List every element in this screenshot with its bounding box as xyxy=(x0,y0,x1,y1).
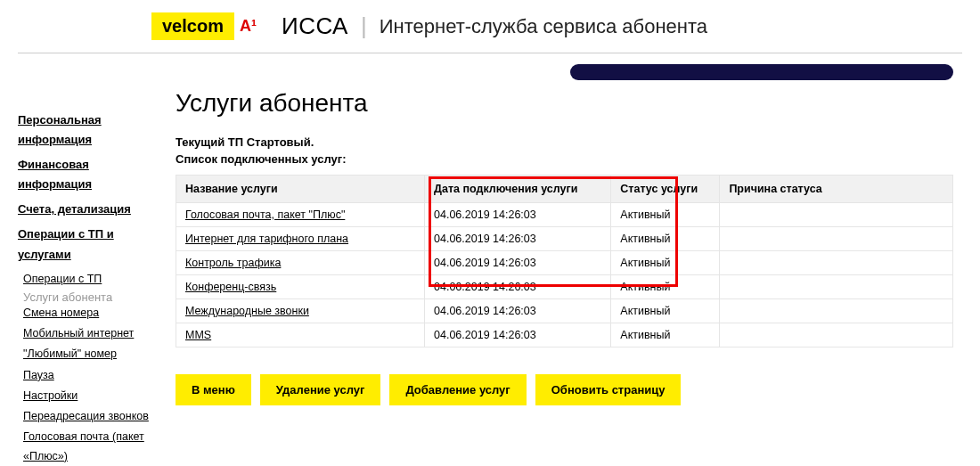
redacted-region xyxy=(570,64,953,80)
service-date: 04.06.2019 14:26:03 xyxy=(425,323,611,347)
sidebar-sub-tp-ops[interactable]: Операции с ТП xyxy=(23,270,102,289)
sidebar-sub-settings[interactable]: Настройки xyxy=(23,387,78,405)
col-reason: Причина статуса xyxy=(720,176,953,203)
sidebar-main-bills[interactable]: Счета, детализация xyxy=(18,202,131,216)
service-link[interactable]: Международные звонки xyxy=(185,305,309,317)
btn-refresh[interactable]: Обновить страницу xyxy=(535,374,682,405)
btn-add-services[interactable]: Добавление услуг xyxy=(389,374,526,405)
table-row: Голосовая почта, пакет "Плюс"04.06.2019 … xyxy=(176,203,953,227)
service-link[interactable]: Голосовая почта, пакет "Плюс" xyxy=(185,208,345,221)
service-link[interactable]: Интернет для тарифного плана xyxy=(185,233,348,245)
service-status: Активный xyxy=(611,275,720,299)
main-content: Услуги абонента Текущий ТП Стартовый. Сп… xyxy=(176,89,962,466)
service-link[interactable]: Контроль трафика xyxy=(185,257,281,269)
sidebar-sub-change-number[interactable]: Смена номера xyxy=(23,304,99,323)
service-status: Активный xyxy=(611,251,720,275)
sidebar-sub-favorite-number[interactable]: "Любимый" номер xyxy=(23,345,117,364)
brand-subtitle: Интернет-служба сервиса абонента xyxy=(380,15,707,38)
service-link[interactable]: MMS xyxy=(185,329,211,341)
separator: | xyxy=(361,12,367,40)
current-tp: Текущий ТП Стартовый. xyxy=(176,135,953,149)
service-reason xyxy=(720,299,953,323)
page-title: Услуги абонента xyxy=(176,89,953,118)
service-status: Активный xyxy=(611,323,720,347)
service-status: Активный xyxy=(611,203,720,227)
table-row: Интернет для тарифного плана04.06.2019 1… xyxy=(176,227,953,251)
brand-name: ИССА xyxy=(282,12,348,40)
service-reason xyxy=(720,323,953,347)
btn-menu[interactable]: В меню xyxy=(176,374,251,405)
sidebar-sub-forwarding[interactable]: Переадресация звонков xyxy=(23,407,149,426)
col-date: Дата подключения услуги xyxy=(425,176,611,203)
service-status: Активный xyxy=(611,299,720,323)
service-date: 04.06.2019 14:26:03 xyxy=(425,227,611,251)
service-link[interactable]: Конференц-связь xyxy=(185,281,276,293)
service-date: 04.06.2019 14:26:03 xyxy=(425,299,611,323)
sidebar-main-personal[interactable]: Персональная информация xyxy=(18,113,102,146)
sidebar: Персональная информация Финансовая инфор… xyxy=(18,89,156,466)
sidebar-sub-voicemail[interactable]: Голосовая почта (пакет «Плюс») xyxy=(23,428,156,466)
services-table: Название услуги Дата подключения услуги … xyxy=(176,175,953,347)
sidebar-sub-pause[interactable]: Пауза xyxy=(23,366,54,385)
table-row: Международные звонки04.06.2019 14:26:03А… xyxy=(176,299,953,323)
sidebar-sub-mobile-internet[interactable]: Мобильный интернет xyxy=(23,324,134,343)
service-date: 04.06.2019 14:26:03 xyxy=(425,251,611,275)
logo-velcom: velcom xyxy=(151,12,234,40)
service-reason xyxy=(720,251,953,275)
sidebar-main-operations[interactable]: Операции с ТП и услугами xyxy=(18,227,114,260)
service-reason xyxy=(720,275,953,299)
services-list-label: Список подключенных услуг: xyxy=(176,152,953,166)
page-header: velcom A¹ ИССА | Интернет-служба сервиса… xyxy=(18,0,962,53)
table-row: MMS04.06.2019 14:26:03Активный xyxy=(176,323,953,347)
service-reason xyxy=(720,227,953,251)
service-reason xyxy=(720,203,953,227)
sidebar-sub-services-active: Услуги абонента xyxy=(23,290,112,304)
btn-delete-services[interactable]: Удаление услуг xyxy=(260,374,381,405)
sidebar-main-finance[interactable]: Финансовая информация xyxy=(18,158,92,191)
service-date: 04.06.2019 14:26:03 xyxy=(425,275,611,299)
service-status: Активный xyxy=(611,227,720,251)
service-date: 04.06.2019 14:26:03 xyxy=(425,203,611,227)
col-status: Статус услуги xyxy=(611,176,720,203)
table-row: Контроль трафика04.06.2019 14:26:03Актив… xyxy=(176,251,953,275)
logo-a1: A¹ xyxy=(240,17,257,36)
table-row: Конференц-связь04.06.2019 14:26:03Активн… xyxy=(176,275,953,299)
col-name: Название услуги xyxy=(176,176,425,203)
